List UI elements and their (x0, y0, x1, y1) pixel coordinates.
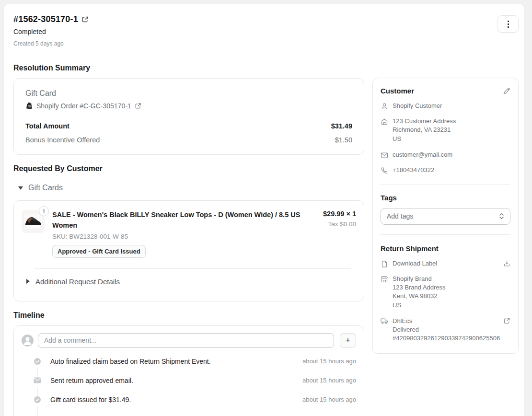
bonus-incentive-label: Bonus Incentive Offered (25, 136, 100, 144)
file-icon (381, 260, 388, 268)
customer-address-line: US (393, 135, 456, 143)
user-avatar (22, 335, 34, 347)
resolution-summary-card: Gift Card S Shopify Order #C-GC-305170-1 (13, 78, 364, 155)
customer-address-row: 123 Customer Address Richmond, VA 23231 … (381, 117, 510, 144)
event-timestamp: about 15 hours ago (302, 377, 356, 384)
brand-line: US (393, 301, 446, 309)
timeline-events: Auto finalized claim based on Return Shi… (22, 352, 356, 416)
timeline-event: Gift card issued for $31.49. about 15 ho… (22, 390, 356, 409)
brand-line: 123 Brand Address (393, 284, 446, 291)
timeline-event: Auto finalized claim based on Return Shi… (22, 352, 356, 371)
customer-email: customer@ymail.com (393, 151, 452, 159)
pencil-icon (503, 87, 510, 95)
tracking-external-link-icon[interactable] (503, 317, 510, 344)
download-label-row[interactable]: Download Label (381, 260, 510, 268)
home-icon (381, 118, 388, 126)
external-link-icon[interactable] (81, 16, 89, 23)
timeline-event: Sent return approved email. about 15 hou… (22, 371, 356, 390)
add-tags-select[interactable]: Add tags (381, 208, 510, 225)
person-icon (381, 103, 388, 110)
add-tags-placeholder: Add tags (387, 212, 413, 220)
phone-icon (381, 167, 388, 174)
timeline-title: Timeline (13, 311, 364, 320)
customer-name: Shopify Customer (393, 102, 442, 110)
requested-by-customer-title: Requested By Customer (13, 164, 364, 173)
gift-cards-label: Gift Cards (28, 184, 63, 192)
sidebar-divider (381, 234, 510, 235)
shopify-order-link-label: Shopify Order #C-GC-305170-1 (36, 102, 131, 110)
more-actions-button[interactable] (497, 15, 519, 33)
order-number: #1562-305170-1 (13, 14, 78, 24)
brand-address-row: Shopify Brand 123 Brand Address Kent, WA… (381, 275, 510, 310)
download-label-text: Download Label (393, 260, 437, 268)
chevron-right-icon (26, 279, 30, 284)
kebab-icon (508, 21, 509, 22)
bonus-incentive-value: $1.50 (335, 136, 352, 144)
tracking-number: #420980329261290339742900625506 (393, 335, 500, 342)
customer-phone-row: +18043470322 (381, 166, 510, 174)
external-link-icon (135, 103, 141, 109)
additional-request-details-label: Additional Request Details (35, 277, 120, 286)
brand-line: Shopify Brand (393, 275, 446, 283)
svg-text:S: S (28, 104, 31, 108)
sidebar-divider (381, 184, 510, 185)
item-tax: Tax $0.00 (323, 220, 356, 228)
envelope-icon (381, 151, 388, 159)
shopify-bag-icon: S (25, 102, 33, 110)
tracking-row: DhlEcs Delivered #4209803292612903397429… (381, 317, 510, 344)
event-timestamp: about 15 hours ago (302, 358, 356, 365)
customer-address-line: 123 Customer Address (393, 117, 456, 125)
brand-line: Kent, WA 98032 (393, 292, 446, 300)
claim-detail-panel: #1562-305170-1 Completed Created 5 days … (4, 4, 524, 416)
resolution-summary-title: Resolution Summary (13, 64, 364, 72)
customer-section-title: Customer (381, 87, 414, 95)
additional-request-details-toggle[interactable]: Additional Request Details (22, 269, 356, 294)
resolution-method: Gift Card (25, 89, 352, 98)
check-circle-icon (34, 396, 41, 404)
delivery-status: Delivered (393, 326, 500, 334)
timeline-event: Return shipment received. about 15 hours… (22, 409, 356, 416)
shopify-order-link[interactable]: S Shopify Order #C-GC-305170-1 (25, 102, 352, 110)
tags-section-title: Tags (381, 194, 510, 202)
line-item-card: 1 SALE - Women's Black BILLY Sneaker Low… (13, 200, 364, 301)
claim-header: #1562-305170-1 Completed Created 5 days … (4, 4, 524, 54)
timeline-card: + Auto finalized claim based on Return S… (13, 325, 364, 416)
chevron-down-icon (18, 186, 23, 190)
product-sku: SKU: BW21328-001-W-85 (52, 233, 323, 240)
mail-icon (34, 377, 41, 384)
customer-phone: +18043470322 (393, 166, 434, 174)
event-timestamp: about 15 hours ago (302, 396, 356, 403)
chevron-updown-icon (499, 213, 504, 220)
check-circle-icon (34, 358, 41, 365)
store-icon (381, 276, 388, 283)
product-title: SALE - Women's Black BILLY Sneaker Low T… (52, 210, 306, 231)
carrier-name: DhlEcs (393, 317, 500, 325)
customer-email-row: customer@ymail.com (381, 151, 510, 159)
customer-name-row: Shopify Customer (381, 102, 510, 110)
download-icon[interactable] (503, 260, 510, 268)
truck-icon (381, 318, 388, 325)
edit-customer-button[interactable] (503, 87, 510, 95)
quantity-badge: 1 (39, 206, 49, 216)
gift-cards-toggle[interactable]: Gift Cards (18, 184, 364, 192)
sidebar-card: Customer Shopify Customer (372, 78, 519, 354)
comment-input[interactable] (38, 333, 334, 348)
return-shipment-section-title: Return Shipment (381, 244, 510, 253)
total-amount-label: Total Amount (25, 122, 69, 130)
customer-address-line: Richmond, VA 23231 (393, 126, 456, 134)
status-text: Completed (13, 28, 89, 35)
item-status-badge: Approved - Gift Card Issued (52, 245, 146, 258)
add-comment-button[interactable]: + (340, 333, 356, 348)
item-price: $29.99 × 1 (323, 210, 356, 218)
created-text: Created 5 days ago (13, 40, 89, 47)
total-amount-value: $31.49 (331, 122, 352, 130)
